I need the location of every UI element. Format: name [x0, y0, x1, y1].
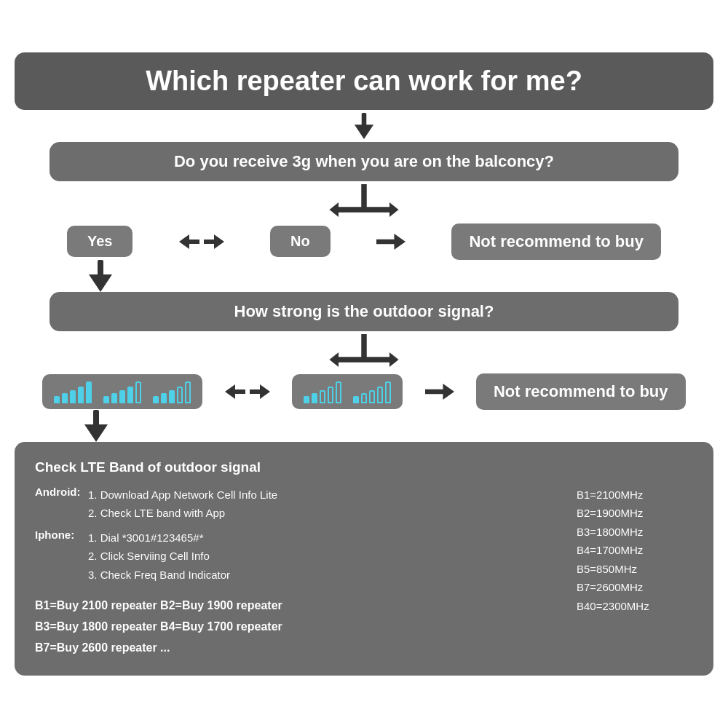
- svg-marker-0: [355, 124, 373, 139]
- yes-no-row: Yes No Not recommend to buy: [67, 223, 661, 260]
- question2-text: How strong is the outdoor signal?: [234, 302, 494, 320]
- iphone-step2: 2. Click Serviing Cell Info: [88, 547, 230, 566]
- svg-rect-11: [98, 260, 103, 276]
- no-box: No: [270, 226, 331, 257]
- android-row: Android: 1. Download App Network Cell In…: [35, 486, 562, 523]
- band-b1: B1=2100MHz: [577, 486, 693, 505]
- svg-marker-5: [330, 202, 339, 217]
- iphone-steps: 1. Dial *3001#123465#* 2. Click Serviing…: [88, 529, 230, 585]
- yes-no-arrows: [179, 234, 224, 249]
- signal-5bar: [54, 380, 92, 403]
- android-label: Android:: [35, 486, 82, 523]
- svg-marker-16: [389, 352, 399, 367]
- good-signal-box: [42, 374, 202, 409]
- question1-box: Do you receive 3g when you are on the ba…: [50, 142, 678, 181]
- arrow-q1-to-answers: [328, 184, 400, 221]
- svg-marker-19: [425, 383, 454, 399]
- buy-line2: B3=Buy 1800 repeater B4=Buy 1700 repeate…: [35, 617, 562, 638]
- android-step1: 1. Download App Network Cell Info Lite: [88, 486, 277, 505]
- info-columns: Android: 1. Download App Network Cell In…: [35, 486, 693, 659]
- android-steps: 1. Download App Network Cell Info Lite 2…: [88, 486, 277, 523]
- svg-marker-10: [89, 274, 112, 292]
- iphone-step3: 3. Check Freq Band Indicator: [88, 566, 230, 585]
- band-b5: B5=850MHz: [577, 560, 693, 579]
- svg-marker-18: [250, 384, 270, 399]
- question1-text: Do you receive 3g when you are on the ba…: [174, 152, 554, 170]
- signal-4bar: [103, 380, 141, 403]
- title-box: Which repeater can work for me?: [15, 52, 713, 110]
- signal-branch-arrows: [225, 384, 270, 399]
- svg-rect-1: [362, 113, 367, 126]
- info-left-column: Android: 1. Download App Network Cell In…: [35, 486, 562, 659]
- question2-box: How strong is the outdoor signal?: [50, 292, 678, 331]
- svg-marker-8: [204, 234, 224, 249]
- arrow-no-to-not-recommend: [376, 233, 405, 250]
- svg-marker-15: [330, 352, 339, 367]
- svg-marker-17: [225, 384, 245, 399]
- arrow-title-to-q1: [351, 113, 377, 139]
- band-b3: B3=1800MHz: [577, 523, 693, 542]
- signal-3bar: [153, 380, 191, 403]
- buy-line3: B7=Buy 2600 repeater ...: [35, 638, 562, 659]
- not-recommend-2-box: Not recommend to buy: [476, 373, 686, 410]
- arrow-signal-to-info: [42, 410, 685, 442]
- weak-signal-box: [292, 374, 403, 409]
- info-box: Check LTE Band of outdoor signal Android…: [15, 442, 713, 676]
- svg-marker-20: [84, 424, 108, 442]
- iphone-step1: 1. Dial *3001#123465#*: [88, 529, 230, 547]
- signal-2bar: [304, 380, 341, 403]
- yes-box: Yes: [67, 226, 132, 257]
- band-b4: B4=1700MHz: [577, 541, 693, 560]
- signal-row: Not recommend to buy: [42, 373, 685, 410]
- svg-rect-21: [93, 410, 99, 426]
- buy-recommendations: B1=Buy 2100 repeater B2=Buy 1900 repeate…: [35, 596, 562, 658]
- signal-1bar: [353, 380, 391, 403]
- buy-line1: B1=Buy 2100 repeater B2=Buy 1900 repeate…: [35, 596, 562, 617]
- main-diagram: Which repeater can work for me? Do you r…: [15, 52, 713, 676]
- band-b2: B2=1900MHz: [577, 504, 693, 523]
- svg-marker-6: [389, 202, 399, 217]
- info-right-column: B1=2100MHz B2=1900MHz B3=1800MHz B4=1700…: [577, 486, 693, 659]
- band-b7: B7=2600MHz: [577, 578, 693, 597]
- info-title-text: Check LTE Band of outdoor signal: [35, 459, 693, 475]
- title-text: Which repeater can work for me?: [146, 66, 582, 96]
- arrow-yes-to-q2: [67, 260, 661, 292]
- iphone-label: Iphone:: [35, 529, 82, 585]
- svg-marker-9: [376, 233, 405, 249]
- band-b40: B40=2300MHz: [577, 597, 693, 616]
- svg-marker-7: [179, 234, 199, 249]
- android-step2: 2. Check LTE band with App: [88, 504, 277, 523]
- iphone-row: Iphone: 1. Dial *3001#123465#* 2. Click …: [35, 529, 562, 585]
- arrow-q2-to-signal: [328, 334, 400, 371]
- arrow-weak-to-not-recommend: [425, 383, 454, 400]
- not-recommend-1-box: Not recommend to buy: [451, 223, 661, 260]
